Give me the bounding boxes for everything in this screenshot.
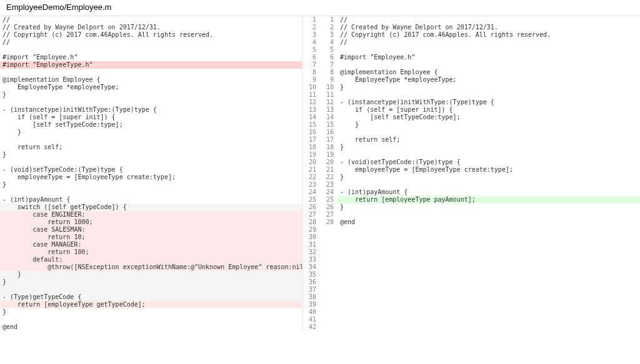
diff-line-left[interactable]: - (int)payAmount {25 bbox=[0, 196, 320, 204]
line-number-left: 37 bbox=[302, 286, 320, 293]
diff-line-left[interactable]: 5 bbox=[0, 46, 320, 54]
line-number-left: 10 bbox=[302, 84, 320, 91]
diff-line-right[interactable]: 28@end bbox=[320, 219, 640, 226]
line-number-left: 11 bbox=[302, 91, 320, 99]
diff-line-left[interactable]: - (instancetype)initWithType:(Type)type … bbox=[0, 106, 320, 114]
diff-line-left[interactable]: }11 bbox=[0, 91, 320, 99]
line-number-left: 34 bbox=[302, 263, 320, 271]
diff-line-left[interactable]: case SALESMAN:29 bbox=[0, 226, 320, 234]
code-text: // Created by Wayne Delport on 2017/12/3… bbox=[0, 24, 302, 31]
diff-line-left[interactable]: 24 bbox=[0, 189, 320, 196]
line-number-left: 25 bbox=[302, 196, 320, 204]
diff-line-right[interactable]: 27 bbox=[320, 211, 640, 219]
diff-line-left[interactable]: @throw([NSException exceptionWithName:@"… bbox=[0, 263, 320, 271]
diff-line-right[interactable]: 26} bbox=[320, 204, 640, 211]
diff-line-right[interactable]: 9 EmployeeType *employeeType; bbox=[320, 76, 640, 84]
diff-line-left[interactable]: if (self = [super init]) {14 bbox=[0, 114, 320, 121]
diff-line-left[interactable]: 20 bbox=[0, 159, 320, 166]
diff-line-left[interactable]: 41 bbox=[0, 316, 320, 323]
line-number-left: 22 bbox=[302, 174, 320, 181]
diff-line-left[interactable]: }36 bbox=[0, 278, 320, 286]
diff-line-left[interactable]: [self setTypeCode:type];15 bbox=[0, 121, 320, 129]
diff-line-right[interactable]: 23 bbox=[320, 181, 640, 189]
diff-line-left[interactable]: case ENGINEER:27 bbox=[0, 211, 320, 219]
diff-line-left[interactable]: default:33 bbox=[0, 256, 320, 263]
diff-line-right[interactable]: 18} bbox=[320, 144, 640, 151]
diff-line-left[interactable]: }40 bbox=[0, 308, 320, 316]
diff-line-right[interactable]: 5 bbox=[320, 46, 640, 54]
diff-line-left[interactable]: employeeType = [EmployeeType create:type… bbox=[0, 174, 320, 181]
diff-line-left[interactable]: EmployeeType *employeeType;10 bbox=[0, 84, 320, 91]
diff-line-right[interactable]: 13 if (self = [super init]) { bbox=[320, 106, 640, 114]
line-number-right: 23 bbox=[320, 181, 338, 189]
diff-view: //1// Created by Wayne Delport on 2017/1… bbox=[0, 16, 640, 331]
diff-line-right[interactable]: 12- (instancetype)initWithType:(Type)typ… bbox=[320, 99, 640, 106]
line-number-right: 1 bbox=[320, 16, 338, 24]
diff-line-right[interactable]: 1// bbox=[320, 16, 640, 24]
code-text: // bbox=[338, 39, 640, 46]
line-number-right: 15 bbox=[320, 121, 338, 129]
code-text: @implementation Employee { bbox=[338, 69, 640, 76]
code-text: [self setTypeCode:type]; bbox=[338, 114, 640, 121]
diff-line-right[interactable]: 24- (int)payAmount { bbox=[320, 189, 640, 196]
diff-line-left[interactable]: @end42 bbox=[0, 323, 320, 331]
diff-line-right[interactable]: 11 bbox=[320, 91, 640, 99]
diff-line-left[interactable]: - (void)setTypeCode:(Type)type {21 bbox=[0, 166, 320, 174]
diff-line-left[interactable]: 17 bbox=[0, 136, 320, 144]
code-text bbox=[338, 181, 640, 189]
diff-line-right[interactable]: 22} bbox=[320, 174, 640, 181]
code-text: case ENGINEER: bbox=[0, 211, 302, 219]
diff-line-left[interactable]: - (Type)getTypeCode {38 bbox=[0, 293, 320, 301]
diff-line-left[interactable]: switch ([self getTypeCode]) {26 bbox=[0, 204, 320, 211]
code-text: } bbox=[0, 129, 302, 136]
diff-line-left[interactable]: case MANAGER:31 bbox=[0, 241, 320, 248]
diff-line-left[interactable]: }35 bbox=[0, 271, 320, 278]
code-text: - (void)setTypeCode:(Type)type { bbox=[0, 166, 302, 174]
diff-line-right[interactable]: 19 bbox=[320, 151, 640, 159]
diff-line-right[interactable]: 2// Created by Wayne Delport on 2017/12/… bbox=[320, 24, 640, 31]
code-text: } bbox=[0, 308, 302, 316]
diff-line-left[interactable]: // Copyright (c) 2017 com.46Apples. All … bbox=[0, 31, 320, 39]
diff-line-left[interactable]: }23 bbox=[0, 181, 320, 189]
diff-line-left[interactable]: 8 bbox=[0, 69, 320, 76]
code-text: } bbox=[0, 278, 302, 286]
diff-line-left[interactable]: @implementation Employee {9 bbox=[0, 76, 320, 84]
diff-line-right[interactable]: 21 employeeType = [EmployeeType create:t… bbox=[320, 166, 640, 174]
diff-line-right[interactable]: 6#import "Employee.h" bbox=[320, 54, 640, 61]
diff-right-pane[interactable]: 1//2// Created by Wayne Delport on 2017/… bbox=[320, 16, 640, 331]
diff-line-left[interactable]: return 1000;28 bbox=[0, 219, 320, 226]
diff-line-left[interactable]: }16 bbox=[0, 129, 320, 136]
diff-line-left[interactable]: 37 bbox=[0, 286, 320, 293]
diff-line-right[interactable]: 16 bbox=[320, 129, 640, 136]
diff-line-right[interactable]: 10} bbox=[320, 84, 640, 91]
diff-line-left[interactable]: 12 bbox=[0, 99, 320, 106]
line-number-right: 18 bbox=[320, 144, 338, 151]
diff-line-left[interactable]: return 10;30 bbox=[0, 234, 320, 241]
diff-line-right[interactable]: 14 [self setTypeCode:type]; bbox=[320, 114, 640, 121]
diff-line-left[interactable]: return self;18 bbox=[0, 144, 320, 151]
code-text: - (int)payAmount { bbox=[0, 196, 302, 204]
diff-line-right[interactable]: 20- (void)setTypeCode:(Type)type { bbox=[320, 159, 640, 166]
diff-line-left[interactable]: // Created by Wayne Delport on 2017/12/3… bbox=[0, 24, 320, 31]
line-number-right: 8 bbox=[320, 69, 338, 76]
diff-line-right[interactable]: 3// Copyright (c) 2017 com.46Apples. All… bbox=[320, 31, 640, 39]
diff-line-left[interactable]: return 100;32 bbox=[0, 248, 320, 256]
diff-line-left[interactable]: //1 bbox=[0, 16, 320, 24]
diff-line-right[interactable]: 8@implementation Employee { bbox=[320, 69, 640, 76]
diff-line-right[interactable]: 25 return [employeeType payAmount]; bbox=[320, 196, 640, 204]
line-number-left: 28 bbox=[302, 219, 320, 226]
diff-left-pane[interactable]: //1// Created by Wayne Delport on 2017/1… bbox=[0, 16, 320, 331]
diff-line-left[interactable]: return [employeeType getTypeCode];39 bbox=[0, 301, 320, 308]
diff-line-right[interactable]: 17 return self; bbox=[320, 136, 640, 144]
diff-line-left[interactable]: #import "EmployeeType.h"7 bbox=[0, 61, 320, 69]
diff-line-right[interactable]: 7 bbox=[320, 61, 640, 69]
diff-line-left[interactable]: }19 bbox=[0, 151, 320, 159]
line-number-left: 1 bbox=[302, 16, 320, 24]
diff-line-right[interactable]: 15 } bbox=[320, 121, 640, 129]
code-text bbox=[0, 189, 302, 196]
diff-line-left[interactable]: #import "Employee.h"6 bbox=[0, 54, 320, 61]
code-text: - (Type)getTypeCode { bbox=[0, 293, 302, 301]
diff-line-right[interactable]: 4// bbox=[320, 39, 640, 46]
line-number-left: 13 bbox=[302, 106, 320, 114]
diff-line-left[interactable]: //4 bbox=[0, 39, 320, 46]
